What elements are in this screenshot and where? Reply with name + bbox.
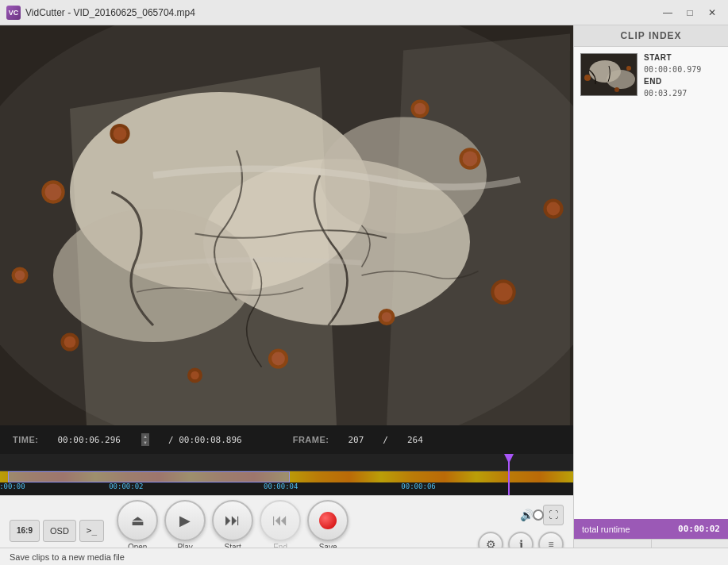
- clip-index-header: CLIP INDEX: [574, 25, 728, 47]
- aspect-ratio-btn[interactable]: 16:9: [10, 520, 40, 542]
- osd-btn[interactable]: OSD: [43, 520, 76, 542]
- console-icon: >_: [87, 525, 97, 536]
- timeline[interactable]: 00:00:00 00:00:02 00:00:04 00:00:06: [0, 454, 573, 495]
- start-time: 00:00:00.979: [644, 65, 701, 74]
- app-icon: VC: [6, 6, 21, 20]
- clip-item: START 00:00:00.979 END 00:03.297: [580, 53, 722, 98]
- play-media-btn[interactable]: ▶: [164, 500, 206, 541]
- svg-point-30: [607, 70, 635, 89]
- console-btn[interactable]: >_: [79, 520, 104, 542]
- maximize-button[interactable]: □: [680, 5, 699, 21]
- timeline-track[interactable]: 00:00:00 00:00:02 00:00:04 00:00:06: [0, 454, 573, 495]
- title-bar: VC VidCutter - VID_20160625_065704.mp4 —…: [0, 0, 728, 25]
- runtime-bar: total runtime 00:00:02: [574, 519, 728, 539]
- start-clip-btn[interactable]: ⏭: [212, 500, 253, 541]
- start-label: START: [644, 53, 701, 62]
- close-button[interactable]: ✕: [703, 5, 722, 21]
- frame-total: 264: [407, 435, 423, 445]
- svg-point-23: [414, 103, 426, 115]
- runtime-label: total runtime: [582, 525, 630, 534]
- record-dot: [319, 512, 337, 529]
- svg-point-15: [272, 352, 285, 366]
- end-clip-icon: ⏮: [272, 511, 288, 529]
- svg-point-13: [494, 282, 512, 301]
- frame-label: FRAME:: [293, 435, 329, 444]
- time-spinner[interactable]: ▲ ▼: [141, 433, 149, 446]
- svg-point-27: [15, 271, 25, 281]
- status-bar: Save clips to a new media file: [0, 548, 728, 565]
- svg-point-7: [45, 184, 62, 201]
- svg-point-17: [64, 336, 76, 348]
- timeline-label-0: 00:00:00: [0, 482, 25, 490]
- svg-point-11: [463, 152, 478, 167]
- svg-point-32: [626, 66, 631, 71]
- svg-point-31: [584, 75, 591, 81]
- minimize-button[interactable]: —: [658, 5, 677, 21]
- video-player[interactable]: [0, 25, 573, 425]
- title-left: VC VidCutter - VID_20160625_065704.mp4: [6, 6, 195, 20]
- time-up-btn[interactable]: ▲: [141, 433, 149, 440]
- clip-info: START 00:00:00.979 END 00:03.297: [644, 53, 701, 98]
- svg-point-25: [547, 202, 560, 216]
- timeline-playhead[interactable]: [508, 454, 510, 495]
- video-frame: [0, 25, 573, 425]
- svg-point-33: [614, 87, 619, 92]
- volume-icon: 🔊: [520, 509, 533, 521]
- fullscreen-button[interactable]: ⛶: [543, 505, 564, 525]
- volume-row: 🔊 ⛶: [520, 505, 564, 525]
- frame-separator: /: [383, 435, 388, 445]
- clip-thumb-img: [581, 54, 637, 95]
- title-text: VidCutter - VID_20160625_065704.mp4: [25, 7, 195, 18]
- window-controls: — □ ✕: [658, 5, 722, 21]
- svg-point-19: [382, 312, 392, 322]
- time-down-btn[interactable]: ▼: [141, 440, 149, 446]
- play-icon: ▶: [179, 512, 191, 529]
- end-time: 00:03.297: [644, 89, 701, 98]
- video-info-bar: TIME: 00:00:06.296 ▲ ▼ / 00:00:08.896 FR…: [0, 425, 573, 454]
- end-clip-btn[interactable]: ⏮: [260, 500, 301, 541]
- time-total: / 00:00:08.896: [168, 435, 242, 445]
- timeline-label-1: 00:00:02: [109, 482, 143, 490]
- svg-point-9: [114, 127, 127, 140]
- osd-label: OSD: [50, 526, 69, 536]
- right-panel: CLIP INDEX: [573, 25, 728, 565]
- time-label: TIME:: [13, 435, 38, 444]
- runtime-value: 00:00:02: [678, 524, 720, 534]
- save-media-btn[interactable]: [307, 500, 349, 541]
- svg-point-21: [191, 371, 199, 380]
- end-label: END: [644, 77, 701, 86]
- timeline-label-2: 00:00:04: [264, 482, 298, 490]
- open-media-btn[interactable]: ⏏: [117, 500, 158, 541]
- clip-thumbnail: [580, 53, 637, 96]
- clip-list: START 00:00:00.979 END 00:03.297: [574, 47, 728, 519]
- start-clip-icon: ⏭: [225, 511, 241, 529]
- time-current: 00:00:06.296: [57, 435, 120, 445]
- timeline-label-3: 00:00:06: [401, 482, 435, 490]
- timeline-highlight: [8, 471, 290, 482]
- video-section: TIME: 00:00:06.296 ▲ ▼ / 00:00:08.896 FR…: [0, 25, 573, 565]
- status-text: Save clips to a new media file: [10, 552, 125, 562]
- volume-thumb[interactable]: [533, 509, 544, 521]
- frame-current: 207: [348, 435, 364, 445]
- main-container: TIME: 00:00:06.296 ▲ ▼ / 00:00:08.896 FR…: [0, 25, 728, 565]
- aspect-icon: 16:9: [17, 526, 33, 535]
- small-controls: 16:9 OSD >_: [10, 520, 104, 542]
- eject-icon: ⏏: [131, 512, 144, 529]
- fullscreen-icon: ⛶: [549, 509, 558, 521]
